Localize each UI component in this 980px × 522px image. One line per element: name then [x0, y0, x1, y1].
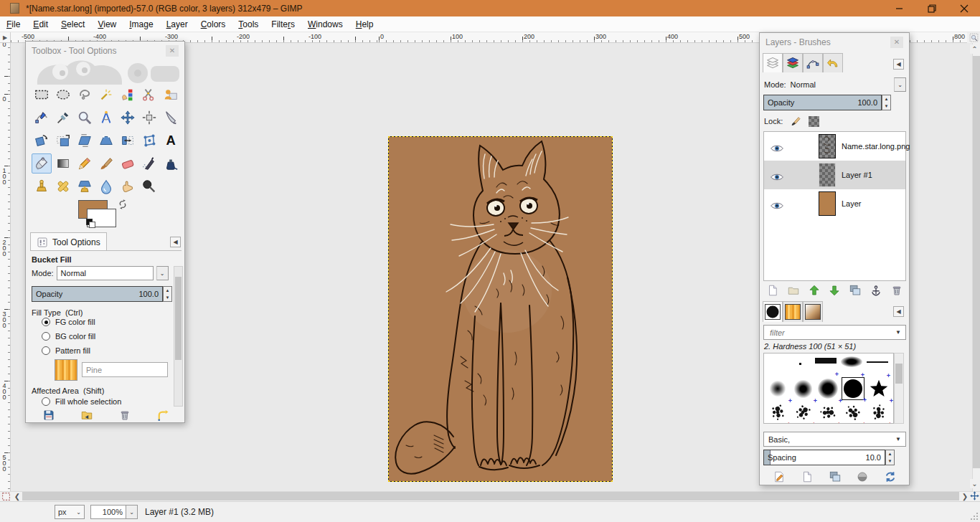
brush-hardness-100[interactable]: +	[842, 377, 864, 400]
tool-scale[interactable]	[53, 130, 73, 151]
menu-windows[interactable]: Windows	[301, 18, 349, 31]
close-icon[interactable]: ✕	[890, 37, 903, 48]
fill-type-fg-color-fill[interactable]: FG color fill	[42, 318, 95, 326]
undo-history-tab[interactable]	[823, 53, 843, 72]
raise-layer-button[interactable]	[807, 283, 821, 298]
tool-heal[interactable]	[53, 176, 73, 196]
tab-tool-options[interactable]: Tool Options	[30, 232, 107, 251]
tool-airbrush[interactable]	[139, 153, 159, 174]
brush-block[interactable]: +	[814, 353, 837, 372]
menu-colors[interactable]: Colors	[194, 18, 232, 31]
tool-scissors-select[interactable]	[139, 85, 159, 105]
brush-star[interactable]: +	[867, 377, 890, 400]
lock-alpha-icon[interactable]	[809, 116, 819, 127]
chevron-down-icon[interactable]: ⌄	[156, 266, 169, 280]
brush-hardness-025[interactable]: +	[766, 377, 789, 400]
scroll-down-button[interactable]: ⌄	[970, 479, 979, 488]
mode-select[interactable]: Normal	[57, 266, 154, 280]
patterns-tab[interactable]	[783, 301, 803, 322]
tool-shear[interactable]	[75, 130, 95, 151]
ruler-corner-button[interactable]: ▶	[0, 32, 11, 43]
canvas-artwork-cat[interactable]	[389, 137, 612, 481]
menu-layer[interactable]: Layer	[160, 18, 194, 31]
layers-tab[interactable]	[763, 53, 783, 72]
duplicate-brush-button[interactable]	[828, 470, 842, 484]
layer-thumbnail[interactable]	[819, 191, 836, 216]
layer-row-name-star-long-png[interactable]: Name.star.long.png	[764, 132, 905, 161]
tool-text[interactable]: A	[161, 130, 181, 151]
tool-align[interactable]	[139, 108, 159, 128]
minimize-button[interactable]	[883, 0, 915, 16]
brushes-tab[interactable]	[763, 301, 783, 322]
opacity-slider[interactable]: Opacity 100.0	[32, 286, 163, 302]
lock-pixels-icon[interactable]	[789, 115, 802, 127]
vertical-scroll-thumb[interactable]	[973, 56, 980, 468]
tool-move[interactable]	[118, 108, 138, 128]
menu-file[interactable]: File	[0, 18, 27, 31]
tool-perspective[interactable]	[96, 130, 116, 151]
delete-options-button[interactable]	[118, 408, 132, 422]
zoom-follow-window-icon[interactable]	[967, 32, 980, 43]
reset-options-button[interactable]	[156, 408, 170, 422]
layers-title-bar[interactable]: Layers - Brushes ✕	[760, 33, 909, 51]
new-brush-button[interactable]	[800, 470, 814, 484]
menu-select[interactable]: Select	[55, 18, 91, 31]
tool-options-scrollbar[interactable]	[174, 266, 183, 407]
tool-paths[interactable]	[32, 108, 52, 128]
delete-brush-button[interactable]	[855, 470, 870, 484]
tool-clone[interactable]	[32, 176, 52, 196]
tool-crop[interactable]	[161, 108, 181, 128]
tool-select-by-color[interactable]	[118, 85, 138, 105]
save-options-button[interactable]	[42, 408, 56, 422]
radio-icon[interactable]	[42, 318, 50, 326]
tool-fuzzy-select[interactable]	[96, 85, 116, 105]
visibility-eye-icon[interactable]	[770, 141, 784, 151]
new-layer-group-button[interactable]	[786, 283, 801, 298]
new-layer-button[interactable]	[765, 283, 780, 298]
lower-layer-button[interactable]	[827, 283, 842, 298]
tool-ink[interactable]	[161, 153, 181, 174]
tool-eraser[interactable]	[118, 153, 138, 174]
collapse-left-icon[interactable]: ◀	[170, 237, 181, 247]
tool-gradient[interactable]	[53, 153, 73, 174]
collapse-left-icon[interactable]: ◀	[893, 306, 904, 317]
navigation-cross-icon[interactable]	[969, 490, 980, 501]
tool-paintbrush[interactable]	[96, 153, 116, 174]
radio-icon[interactable]	[42, 346, 50, 355]
swap-colors-icon[interactable]	[117, 199, 128, 210]
brush-chalk-4[interactable]: +	[842, 401, 864, 424]
brush-pixel[interactable]	[788, 353, 811, 375]
menu-filters[interactable]: Filters	[265, 18, 301, 31]
brush-line[interactable]: +	[866, 353, 889, 374]
vertical-ruler[interactable]: -1000100200300400500	[0, 43, 11, 491]
zoom-dropdown-button[interactable]: ⌄	[126, 505, 138, 519]
restore-options-button[interactable]	[80, 408, 94, 422]
edit-brush-button[interactable]	[772, 470, 786, 484]
spacing-spinner[interactable]: ▲▼	[885, 450, 895, 465]
tool-flip[interactable]	[118, 130, 138, 151]
menu-help[interactable]: Help	[349, 18, 380, 31]
unit-select[interactable]: px ⌄	[55, 505, 85, 519]
opacity-spinner[interactable]: ▲▼	[163, 286, 172, 302]
fill-type-pattern-fill[interactable]: Pattern fill	[42, 346, 90, 355]
brush-chalk-1[interactable]: +	[766, 401, 789, 424]
tool-color-picker[interactable]	[53, 108, 73, 128]
scroll-up-button[interactable]: ⌃	[970, 44, 979, 54]
layer-opacity-slider[interactable]: Opacity 100.0	[763, 95, 882, 110]
menu-view[interactable]: View	[91, 18, 123, 31]
chevron-down-icon[interactable]: ▼	[895, 329, 901, 336]
brush-hardness-075[interactable]: +	[816, 377, 839, 400]
channels-tab[interactable]	[783, 53, 803, 72]
tool-measure[interactable]	[96, 108, 116, 128]
layer-opacity-spinner[interactable]: ▲▼	[882, 95, 891, 110]
menu-edit[interactable]: Edit	[27, 18, 55, 31]
spacing-slider[interactable]: Spacing 10.0	[763, 450, 885, 465]
layer-mode-dropdown[interactable]: ⌄	[894, 77, 906, 92]
canvas-image[interactable]	[388, 136, 613, 482]
toolbox-title-bar[interactable]: Toolbox - Tool Options ✕	[26, 42, 184, 60]
tool-zoom[interactable]	[75, 108, 95, 128]
tool-foreground-select[interactable]	[161, 85, 181, 105]
pattern-name-field[interactable]	[82, 362, 168, 377]
layer-row-layer[interactable]: Layer	[764, 189, 905, 218]
tool-pencil[interactable]	[75, 153, 95, 174]
